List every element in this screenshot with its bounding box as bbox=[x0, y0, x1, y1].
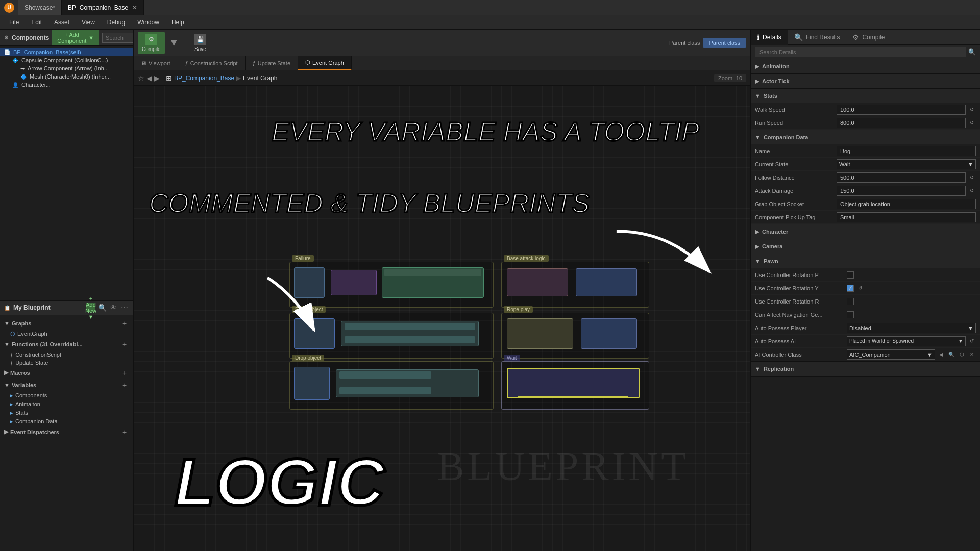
compile-tab-icon: ⚙ bbox=[852, 33, 859, 41]
ai-clear-icon[interactable]: ✕ bbox=[968, 350, 976, 359]
tab-blueprint[interactable]: BP_Companion_Base ✕ bbox=[62, 0, 144, 15]
stats-header[interactable]: ▼ Stats bbox=[751, 89, 980, 103]
ai-controller-dropdown[interactable]: AIC_Companion ▼ bbox=[847, 349, 935, 360]
bookmarks-icon[interactable]: ☆ bbox=[138, 74, 144, 82]
filter-icon[interactable]: 🔍 bbox=[97, 303, 107, 312]
parent-class-button[interactable]: Parent class bbox=[703, 38, 746, 48]
comp-item-arrow[interactable]: ➡ Arrow Component (Arrow) (Inh... bbox=[0, 64, 133, 72]
auto-possess-ai-reset-icon[interactable]: ↺ bbox=[968, 337, 976, 345]
follow-distance-input[interactable] bbox=[837, 172, 966, 183]
walkspeed-reset-icon[interactable]: ↺ bbox=[968, 106, 976, 114]
character-header[interactable]: ▶ Character bbox=[751, 224, 980, 239]
comp-item-self[interactable]: 📄 BP_Companion_Base(self) bbox=[0, 48, 133, 56]
bp-item-eventgraph[interactable]: ⬡ EventGraph bbox=[0, 330, 133, 338]
attack-damage-input[interactable] bbox=[837, 186, 966, 196]
tab-showcase[interactable]: Showcase* bbox=[18, 0, 62, 15]
comp-item-mesh[interactable]: 🔷 Mesh (CharacterMesh0) (Inher... bbox=[0, 72, 133, 81]
expand-icon[interactable]: ⋯ bbox=[120, 303, 129, 312]
section-functions[interactable]: ▼ Functions (31 Overridabl... + bbox=[0, 338, 133, 350]
pawn-header[interactable]: ▼ Pawn bbox=[751, 254, 980, 268]
dropdown-arrow-icon: ▼ bbox=[88, 35, 94, 41]
animaiton-header[interactable]: ▶ Animaiton bbox=[751, 59, 980, 73]
add-event-button[interactable]: + bbox=[120, 428, 129, 437]
auto-possess-ai-dropdown[interactable]: Placed in World or Spawned ▼ bbox=[847, 336, 966, 346]
menu-window[interactable]: Window bbox=[132, 17, 164, 28]
auto-possess-dropdown[interactable]: Disabled ▼ bbox=[847, 323, 976, 333]
nav-back-icon[interactable]: ◀ bbox=[146, 74, 152, 82]
name-input[interactable] bbox=[837, 146, 976, 156]
var-stats-icon: ▸ bbox=[10, 410, 13, 416]
tab-find-results[interactable]: 🔍 Find Results bbox=[788, 30, 847, 45]
pickup-tag-text[interactable]: Small bbox=[837, 212, 976, 222]
menu-debug[interactable]: Debug bbox=[102, 17, 130, 28]
component-search-input[interactable] bbox=[102, 33, 134, 43]
nav-forward-icon[interactable]: ▶ bbox=[154, 74, 160, 82]
tab-construction[interactable]: ƒ Construction Script bbox=[178, 56, 246, 70]
tab-eventgraph[interactable]: ⬡ Event Graph bbox=[298, 56, 352, 70]
bp-comment-2: Base attack logic bbox=[501, 262, 649, 308]
my-blueprint-header[interactable]: 📋 My Blueprint + Add New ▼ 🔍 👁 ⋯ bbox=[0, 301, 133, 315]
section-variables[interactable]: ▼ Variables + bbox=[0, 379, 133, 391]
runspeed-reset-icon[interactable]: ↺ bbox=[968, 119, 976, 127]
add-variable-button[interactable]: + bbox=[120, 381, 129, 390]
follow-distance-reset-icon[interactable]: ↺ bbox=[968, 173, 976, 182]
ctrl-roll-checkbox[interactable] bbox=[847, 298, 854, 305]
ai-use-icon[interactable]: ⬡ bbox=[958, 350, 966, 359]
compile-button[interactable]: ⚙ Compile bbox=[138, 32, 165, 54]
breadcrumb: ⊞ BP_Companion_Base ▶ Event Graph bbox=[166, 74, 277, 82]
menu-asset[interactable]: Asset bbox=[49, 17, 75, 28]
compile-icon: ⚙ bbox=[145, 34, 157, 45]
save-button[interactable]: 💾 Save bbox=[187, 32, 213, 54]
tab-details[interactable]: ℹ Details bbox=[751, 30, 788, 45]
add-macro-button[interactable]: + bbox=[120, 368, 129, 378]
breadcrumb-separator: ▶ bbox=[236, 74, 241, 82]
tab-viewport[interactable]: 🖥 Viewport bbox=[134, 56, 178, 70]
add-graph-button[interactable]: + bbox=[120, 319, 129, 328]
bp-item-animaiton[interactable]: ▸ Animaiton bbox=[0, 400, 133, 409]
ctrl-pitch-checkbox[interactable] bbox=[847, 271, 854, 279]
bp-item-components[interactable]: ▸ Components bbox=[0, 391, 133, 400]
companion-data-header[interactable]: ▼ Companion Data bbox=[751, 130, 980, 144]
grab-socket-text[interactable]: Object grab location bbox=[837, 199, 976, 209]
bp-item-construction[interactable]: ƒ ConstructionScript bbox=[0, 350, 133, 359]
add-new-button[interactable]: + Add New ▼ bbox=[86, 303, 95, 312]
add-function-button[interactable]: + bbox=[120, 340, 129, 349]
eye-icon[interactable]: 👁 bbox=[109, 303, 118, 312]
current-state-dropdown[interactable]: Wait ▼ bbox=[837, 159, 976, 169]
details-search-input[interactable] bbox=[755, 47, 966, 57]
ctrl-yaw-checkbox[interactable]: ✓ bbox=[847, 285, 854, 292]
chevron-pawn-icon: ▼ bbox=[755, 258, 761, 264]
add-component-button[interactable]: + Add Component ▼ bbox=[52, 30, 99, 45]
camera-header[interactable]: ▶ Camera bbox=[751, 239, 980, 254]
toolbar-dropdown-icon[interactable]: ▼ bbox=[169, 37, 179, 48]
close-tab-icon[interactable]: ✕ bbox=[132, 4, 137, 11]
breadcrumb-bar: ☆ ◀ ▶ ⊞ BP_Companion_Base ▶ Event Graph … bbox=[134, 70, 750, 86]
comp-label-capsule: Capsule Component (CollisionC...) bbox=[21, 57, 108, 63]
section-graphs[interactable]: ▼ Graphs + bbox=[0, 317, 133, 330]
blueprint-graph[interactable]: Failure Base attack logic Fetch object bbox=[134, 86, 750, 551]
actor-tick-header[interactable]: ▶ Actor Tick bbox=[751, 74, 980, 88]
menu-edit[interactable]: Edit bbox=[26, 17, 47, 28]
comp-item-character[interactable]: 👤 Character... bbox=[0, 81, 133, 89]
breadcrumb-blueprint[interactable]: BP_Companion_Base bbox=[174, 74, 234, 82]
ctrl-yaw-reset-icon[interactable]: ↺ bbox=[856, 284, 864, 292]
attack-damage-reset-icon[interactable]: ↺ bbox=[968, 187, 976, 195]
comp-item-capsule[interactable]: 💠 Capsule Component (CollisionC...) bbox=[0, 56, 133, 64]
section-macros[interactable]: ▶ Macros + bbox=[0, 367, 133, 379]
ai-back-icon[interactable]: ◀ bbox=[937, 350, 945, 359]
nav-gen-checkbox[interactable] bbox=[847, 311, 854, 318]
bp-item-stats[interactable]: ▸ Stats bbox=[0, 409, 133, 417]
my-blueprint-title: My Blueprint bbox=[13, 304, 51, 311]
tab-updatestate[interactable]: ƒ Update State bbox=[246, 56, 298, 70]
menu-view[interactable]: View bbox=[77, 17, 100, 28]
tab-compile-panel[interactable]: ⚙ Compile bbox=[846, 30, 891, 45]
bp-item-companiondata[interactable]: ▸ Companion Data bbox=[0, 417, 133, 426]
replication-header[interactable]: ▼ Replication bbox=[751, 362, 980, 376]
menu-help[interactable]: Help bbox=[166, 17, 189, 28]
runspeed-input[interactable] bbox=[837, 118, 966, 128]
walkspeed-input[interactable] bbox=[837, 105, 966, 115]
menu-file[interactable]: File bbox=[4, 17, 24, 28]
bp-item-updatestate[interactable]: ƒ Update State bbox=[0, 359, 133, 367]
section-event-dispatchers[interactable]: ▶ Event Dispatchers + bbox=[0, 426, 133, 438]
ai-browse-icon[interactable]: 🔍 bbox=[947, 350, 955, 359]
